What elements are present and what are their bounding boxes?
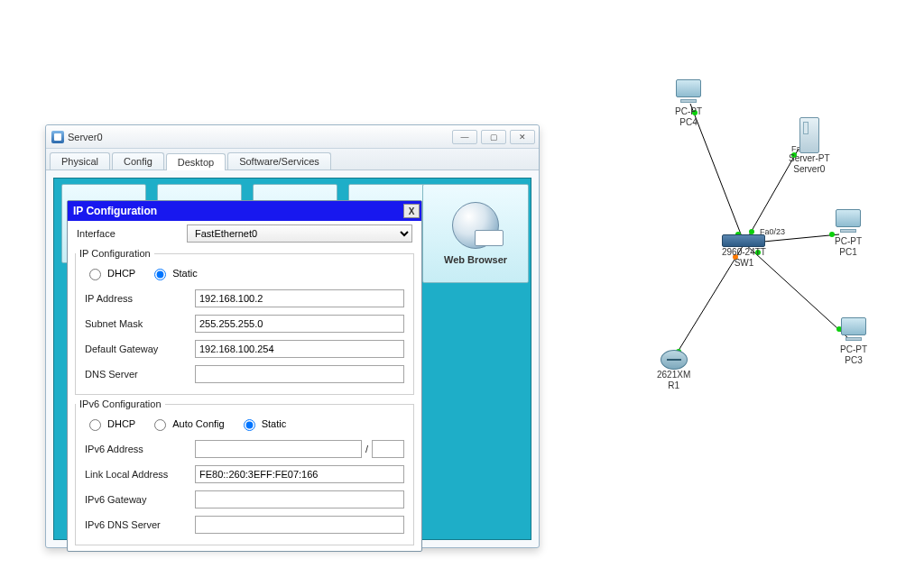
ip-configuration-panel: IP Configuration X Interface FastEtherne… [67,200,422,552]
dns-server-label: DNS Server [85,369,195,380]
node-r1[interactable]: 2621XM R1 [657,350,690,390]
ipv6-static-input[interactable] [244,419,255,431]
dns-server-input[interactable] [195,365,404,383]
ipv6-dhcp-label: DHCP [107,418,135,429]
switch-icon [722,234,765,247]
globe-icon: http: [452,202,499,249]
ipv6-slash: / [362,444,372,454]
ipv6-auto-radio[interactable]: Auto Config [150,417,224,431]
ipv6-prefix-input[interactable] [372,440,404,458]
maximize-button[interactable]: ▢ [481,130,506,144]
ipv4-static-radio[interactable]: Static [150,266,198,280]
ip-config-header[interactable]: IP Configuration X [68,201,421,221]
close-button[interactable]: ✕ [510,130,535,144]
minimize-button[interactable]: — [452,130,477,144]
ipv6-gateway-label: IPv6 Gateway [85,494,195,505]
ipv6-gateway-input[interactable] [195,490,404,508]
ipv6-auto-label: Auto Config [172,418,224,429]
server-icon [799,117,819,153]
desktop-canvas: http: Web Browser IP Configuration X Int… [53,178,531,540]
ipv6-auto-input[interactable] [154,419,166,431]
node-name: PC1 [839,247,856,258]
node-type: Server-PT [789,153,830,164]
ipv6-static-radio[interactable]: Static [239,417,287,431]
ipv4-static-input[interactable] [154,269,166,280]
node-name: R1 [668,380,679,391]
subnet-mask-input[interactable] [195,315,404,333]
default-gateway-input[interactable] [195,340,404,358]
ipv4-dhcp-input[interactable] [89,269,101,280]
ip-config-close[interactable]: X [403,204,420,218]
subnet-mask-label: Subnet Mask [85,318,195,329]
ipv4-dhcp-radio[interactable]: DHCP [85,266,135,280]
tab-bar: Physical Config Desktop Software/Service… [46,149,539,170]
device-window: Server0 — ▢ ✕ Physical Config Desktop So… [45,124,540,548]
node-type: 2621XM [657,370,690,380]
node-type: 2960-24TT [722,247,766,258]
ipv4-static-label: Static [172,268,198,279]
tab-desktop[interactable]: Desktop [166,153,226,170]
node-name: SW1 [735,258,754,269]
ipv6-dhcp-radio[interactable]: DHCP [85,417,135,431]
interface-select[interactable]: FastEthernet0 [187,224,412,243]
pc-icon [832,209,864,236]
node-pc3[interactable]: PC-PT PC3 [837,317,870,365]
ipv6-dhcp-input[interactable] [89,419,101,431]
ipv6-address-label: IPv6 Address [85,444,195,454]
interface-label: Interface [77,228,187,239]
ipv6-dns-input[interactable] [195,516,404,534]
tab-software[interactable]: Software/Services [227,152,331,169]
link-local-input[interactable] [195,465,404,483]
web-browser-label: Web Browser [444,254,507,265]
titlebar[interactable]: Server0 — ▢ ✕ [46,125,539,149]
web-browser-app[interactable]: http: Web Browser [422,184,529,283]
node-type: PC-PT [675,106,702,117]
http-label: http: [476,230,504,244]
pc-icon [672,79,705,106]
node-server0[interactable]: Server-PT Server0 [789,117,830,174]
pc-icon [837,317,870,344]
node-type: PC-PT [835,236,862,247]
node-type: PC-PT [840,344,867,355]
ipv6-address-input[interactable] [195,440,362,458]
node-pc4[interactable]: PC-PT PC4 [672,79,705,127]
node-pc1[interactable]: PC-PT PC1 [832,209,864,257]
tab-physical[interactable]: Physical [50,152,110,169]
ip-config-title: IP Configuration [73,205,157,217]
link-local-label: Link Local Address [85,469,195,480]
ipv6-legend: IPv6 Configuration [76,399,165,409]
topology-canvas[interactable]: Fa0 Fa0/23 PC-PT PC4 Server-PT Server0 P… [568,54,920,433]
ipv6-static-label: Static [262,418,287,429]
node-name: PC4 [679,117,697,128]
ip-address-label: IP Address [85,293,195,304]
node-name: PC3 [845,355,862,366]
ipv6-fieldset: IPv6 Configuration DHCP Auto Config Stat… [75,399,414,545]
node-name: Server0 [793,164,825,175]
ipv4-legend: IP Configuration [76,248,154,259]
ipv4-dhcp-label: DHCP [107,268,135,279]
tab-config[interactable]: Config [112,152,164,169]
app-icon [51,131,64,143]
default-gateway-label: Default Gateway [85,344,195,354]
node-sw1[interactable]: 2960-24TT SW1 [722,234,766,268]
ipv6-dns-label: IPv6 DNS Server [85,519,195,530]
window-title: Server0 [68,132,452,142]
router-icon [661,350,688,370]
ipv4-fieldset: IP Configuration DHCP Static IP Address … [75,248,414,395]
ip-address-input[interactable] [195,289,404,307]
